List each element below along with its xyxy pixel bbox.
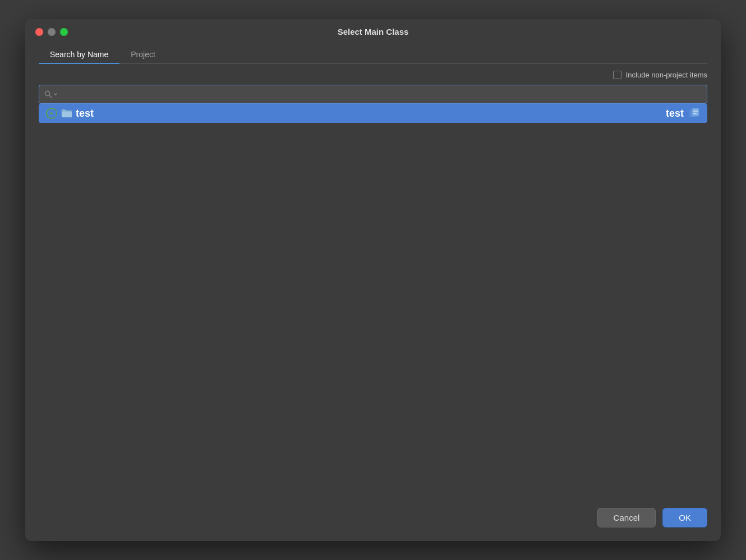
content-area: Search by Name Project Include non-proje… [25,44,721,508]
dialog-title: Select Main Class [338,27,409,36]
cancel-button[interactable]: Cancel [597,508,656,527]
folder-icon [61,109,72,118]
svg-rect-7 [693,113,697,114]
select-main-class-dialog: Select Main Class Search by Name Project… [25,19,721,541]
results-list: test test [39,104,707,123]
maximize-button[interactable] [60,28,68,36]
search-input[interactable] [39,85,707,104]
include-non-project-checkbox[interactable] [613,71,621,79]
search-container [39,85,707,104]
non-project-items-row: Include non-project items [39,64,707,85]
tab-search-by-name[interactable]: Search by Name [39,44,119,63]
tabs: Search by Name Project [39,44,707,64]
svg-rect-6 [693,111,698,112]
svg-rect-3 [62,112,72,117]
svg-rect-5 [692,108,699,116]
tab-project[interactable]: Project [119,44,167,63]
result-class-name: test [76,108,94,120]
ok-button[interactable]: OK [662,508,707,527]
include-non-project-label: Include non-project items [626,71,707,79]
result-right: test [666,107,701,120]
result-left: test [45,107,94,120]
title-bar: Select Main Class [25,19,721,44]
module-icon [688,107,701,120]
footer: Cancel OK [25,508,721,541]
run-icon [45,107,58,120]
result-project-name: test [666,108,684,120]
traffic-lights [35,28,68,36]
result-item[interactable]: test test [39,104,707,123]
close-button[interactable] [35,28,43,36]
minimize-button[interactable] [48,28,56,36]
